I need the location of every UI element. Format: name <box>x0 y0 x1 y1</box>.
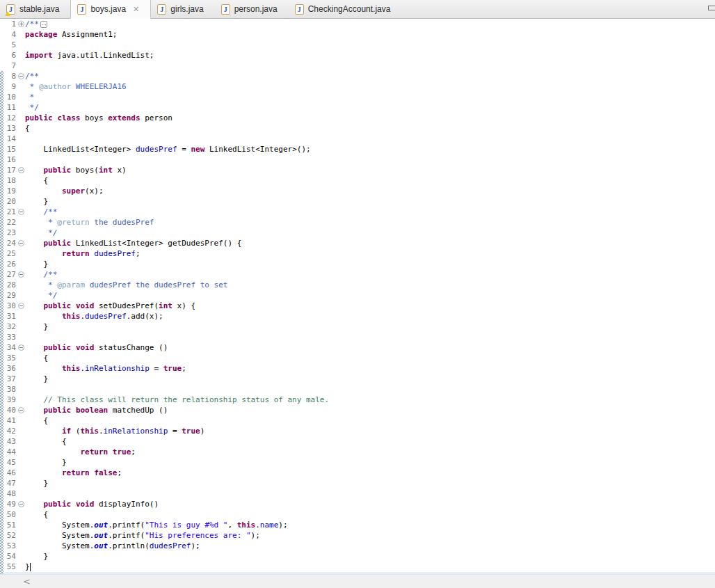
code-token <box>25 343 44 352</box>
code-line[interactable]: 28 * @param dudesPref the dudesPref to s… <box>0 280 715 290</box>
code-line[interactable]: 49 public void displayInfo() <box>0 499 715 509</box>
fold-column <box>16 353 25 363</box>
warning-overlay-icon <box>5 11 10 16</box>
fold-column <box>16 562 25 572</box>
code-line[interactable]: 40 public boolean matchedUp () <box>0 405 715 415</box>
code-line[interactable]: 12public class boys extends person <box>0 113 715 123</box>
code-line[interactable]: 20 } <box>0 196 715 207</box>
horizontal-scrollbar[interactable]: < <box>0 574 715 588</box>
code-line[interactable]: 43 { <box>0 436 715 447</box>
fold-collapse-icon[interactable] <box>18 501 24 507</box>
code-line[interactable]: 39 // This class will return the relatio… <box>0 395 715 405</box>
view-menu-icon[interactable] <box>708 6 715 10</box>
code-line[interactable]: 9 * @author WHEELERJA16 <box>0 81 715 92</box>
code-line[interactable]: 26 } <box>0 259 715 269</box>
code-line[interactable]: 32 } <box>0 321 715 332</box>
fold-collapse-icon[interactable] <box>18 303 24 309</box>
code-line[interactable]: 6import java.util.LinkedList; <box>0 50 715 61</box>
code-line[interactable]: 55} <box>0 562 715 572</box>
code-line[interactable]: 5 <box>0 40 715 50</box>
tab-person.java[interactable]: Jperson.java <box>215 0 289 18</box>
code-line[interactable]: 10 * <box>0 92 715 102</box>
code-token: */ <box>25 103 39 112</box>
fold-column <box>16 499 25 509</box>
fold-collapse-icon[interactable] <box>18 73 24 79</box>
fold-expand-icon[interactable] <box>18 21 24 27</box>
code-token: = <box>150 364 163 373</box>
fold-column <box>16 311 25 321</box>
code-line[interactable]: 35 { <box>0 353 715 363</box>
code-token: , <box>227 521 236 530</box>
code-line[interactable]: 19 super(x); <box>0 186 715 196</box>
fold-column <box>16 332 25 342</box>
close-icon[interactable]: ✕ <box>133 6 139 13</box>
code-line[interactable]: 34 public void statusChange () <box>0 342 715 353</box>
code-line[interactable]: 11 */ <box>0 102 715 113</box>
code-token: this <box>62 364 81 373</box>
code-line[interactable]: 16 <box>0 154 715 165</box>
fold-collapse-icon[interactable] <box>18 209 24 215</box>
code-line[interactable]: 30 public void setDudesPref(int x) { <box>0 301 715 311</box>
code-line[interactable]: 18 { <box>0 175 715 186</box>
editor[interactable]: 1/**..4package Assignment1;56import java… <box>0 19 715 574</box>
code-line[interactable]: 37 } <box>0 374 715 384</box>
code-line[interactable]: 50 { <box>0 509 715 520</box>
code-line[interactable]: 44 return true; <box>0 447 715 457</box>
code-token: */ <box>25 228 57 237</box>
code-line[interactable]: 29 */ <box>0 290 715 301</box>
code-line[interactable]: 13{ <box>0 123 715 134</box>
fold-column <box>16 92 25 102</box>
code-line[interactable]: 33 <box>0 332 715 342</box>
code-token: if <box>62 427 71 436</box>
code-line[interactable]: 54 } <box>0 551 715 562</box>
code-line[interactable]: 14 <box>0 134 715 144</box>
code-line[interactable]: 52 System.out.printf("His preferences ar… <box>0 530 715 541</box>
code-line[interactable]: 25 return dudesPref; <box>0 248 715 259</box>
code-line[interactable]: 31 this.dudesPref.add(x); <box>0 311 715 321</box>
code-line[interactable]: 38 <box>0 384 715 395</box>
code-line[interactable]: 46 return false; <box>0 468 715 478</box>
code-token <box>71 343 76 352</box>
code-text: */ <box>25 290 57 301</box>
code-line[interactable]: 8/** <box>0 71 715 81</box>
code-line[interactable]: 21 /** <box>0 207 715 217</box>
code-token <box>25 447 80 456</box>
code-line[interactable]: 7 <box>0 61 715 71</box>
code-line[interactable]: 17 public boys(int x) <box>0 165 715 175</box>
code-line[interactable]: 24 public LinkedList<Integer> getDudesPr… <box>0 238 715 248</box>
fold-column <box>16 238 25 248</box>
code-line[interactable]: 47 } <box>0 478 715 488</box>
code-token: dudesPref the dudesPref to set <box>90 280 228 289</box>
code-line[interactable]: 22 * @return the dudesPref <box>0 217 715 228</box>
tab-girls.java[interactable]: Jgirls.java <box>151 0 214 18</box>
code-line[interactable]: 51 System.out.printf("This is guy #%d ",… <box>0 520 715 530</box>
code-token: = <box>168 427 182 436</box>
code-line[interactable]: 48 <box>0 488 715 499</box>
fold-column <box>16 134 25 144</box>
code-line[interactable]: 23 */ <box>0 228 715 238</box>
fold-collapse-icon[interactable] <box>18 240 24 246</box>
code-line[interactable]: 1/**.. <box>0 19 715 29</box>
fold-collapse-icon[interactable] <box>18 407 24 413</box>
code-line[interactable]: 45 } <box>0 457 715 468</box>
tab-stable.java[interactable]: Jstable.java <box>0 0 70 18</box>
code-token <box>25 406 44 415</box>
code-line[interactable]: 15 LinkedList<Integer> dudesPref = new L… <box>0 144 715 154</box>
code-text: /** <box>25 269 57 280</box>
tab-CheckingAccount.java[interactable]: JCheckingAccount.java <box>289 0 402 18</box>
tab-boys.java[interactable]: Jboys.java✕ <box>70 0 151 19</box>
scroll-left-icon[interactable]: < <box>23 577 31 586</box>
code-line[interactable]: 36 this.inRelationship = true; <box>0 363 715 374</box>
code-line[interactable]: 41 { <box>0 415 715 426</box>
code-text: System.out.printf("His preferences are: … <box>25 530 260 541</box>
line-number: 1 <box>0 19 16 29</box>
fold-collapse-icon[interactable] <box>18 344 24 351</box>
fold-collapse-icon[interactable] <box>18 271 24 278</box>
code-line[interactable]: 42 if (this.inRelationship = true) <box>0 426 715 436</box>
code-line[interactable]: 27 /** <box>0 269 715 280</box>
code-line[interactable]: 53 System.out.println(dudesPref); <box>0 541 715 551</box>
code-line[interactable]: 4package Assignment1; <box>0 29 715 40</box>
fold-collapse-icon[interactable] <box>18 167 24 173</box>
java-file-icon: J <box>6 4 15 15</box>
code-token: void <box>76 500 95 509</box>
